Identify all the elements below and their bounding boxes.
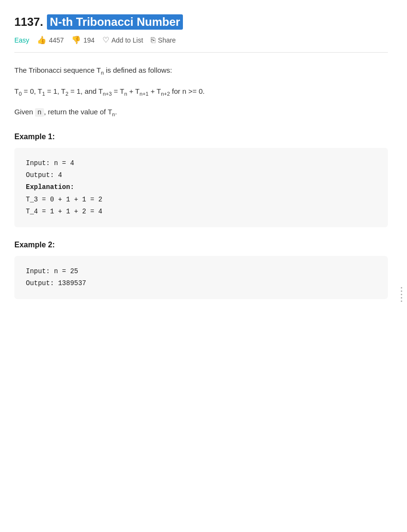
tn2-sub: n+2 — [161, 91, 170, 97]
t-subscript-n: n — [101, 70, 104, 76]
difficulty-badge: Easy — [14, 36, 29, 44]
example1-section: Example 1: Input: n = 4 Output: 4 Explan… — [14, 133, 388, 227]
example1-input: Input: n = 4 — [26, 157, 376, 169]
add-to-list-button[interactable]: ♡ Add to List — [102, 35, 143, 44]
tn1-sub: n+1 — [140, 91, 149, 97]
share-icon: ⎘ — [151, 36, 156, 44]
tn-sub: n — [124, 91, 127, 97]
scrollbar-dot-4 — [401, 297, 402, 299]
example2-section: Example 2: Input: n = 25 Output: 1389537 — [14, 241, 388, 299]
example2-input: Input: n = 25 — [26, 266, 376, 277]
scrollbar-dot-2 — [401, 290, 402, 292]
meta-row: Easy 👍 4457 👎 194 ♡ Add to List ⎘ Share — [14, 35, 388, 44]
header-divider — [14, 52, 388, 53]
tn3-sub: n+3 — [103, 91, 112, 97]
problem-title: 1137. N-th Tribonacci Number — [14, 14, 388, 30]
thumbs-up-icon: 👍 — [37, 35, 46, 44]
example2-code-block: Input: n = 25 Output: 1389537 — [14, 256, 388, 299]
upvote-count: 4457 — [49, 36, 64, 44]
scrollbar-dot-1 — [401, 287, 402, 288]
problem-number: 1137. — [14, 15, 43, 29]
thumbs-down-icon: 👎 — [71, 35, 81, 44]
example1-explanation-label: Explanation: — [26, 181, 376, 193]
example1-code-block: Input: n = 4 Output: 4 Explanation: T_3 … — [14, 148, 388, 227]
t0-sub: 0 — [19, 91, 22, 97]
example1-line2: T_4 = 1 + 1 + 2 = 4 — [26, 206, 376, 218]
downvote-button[interactable]: 👎 194 — [71, 35, 94, 44]
scrollbar[interactable] — [401, 287, 402, 302]
share-label: Share — [158, 36, 176, 44]
heart-icon: ♡ — [102, 35, 109, 44]
scrollbar-dot-5 — [401, 300, 402, 302]
example1-output: Output: 4 — [26, 169, 376, 181]
example2-heading: Example 2: — [14, 241, 388, 249]
description-paragraph-3: Given n, return the value of Tn. — [14, 106, 388, 119]
share-button[interactable]: ⎘ Share — [151, 36, 176, 44]
downvote-count: 194 — [83, 36, 94, 44]
upvote-button[interactable]: 👍 4457 — [37, 35, 64, 44]
example2-output: Output: 1389537 — [26, 277, 376, 289]
description-paragraph-1: The Tribonacci sequence Tn is defined as… — [14, 64, 388, 78]
description-paragraph-2: T0 = 0, T1 = 1, T2 = 1, and Tn+3 = Tn + … — [14, 85, 388, 99]
header-section: 1137. N-th Tribonacci Number Easy 👍 4457… — [14, 14, 388, 44]
example1-heading: Example 1: — [14, 133, 388, 141]
add-to-list-label: Add to List — [112, 36, 143, 44]
t1-sub: 1 — [42, 91, 45, 97]
example1-line1: T_3 = 0 + 1 + 1 = 2 — [26, 194, 376, 206]
explanation-bold: Explanation: — [26, 183, 74, 191]
scrollbar-dot-3 — [401, 294, 402, 295]
problem-description: The Tribonacci sequence Tn is defined as… — [14, 64, 388, 119]
t2-sub: 2 — [66, 91, 68, 97]
n-inline-code: n — [35, 108, 44, 117]
tn-return-sub: n — [112, 111, 115, 117]
problem-title-text: N-th Tribonacci Number — [47, 14, 183, 30]
